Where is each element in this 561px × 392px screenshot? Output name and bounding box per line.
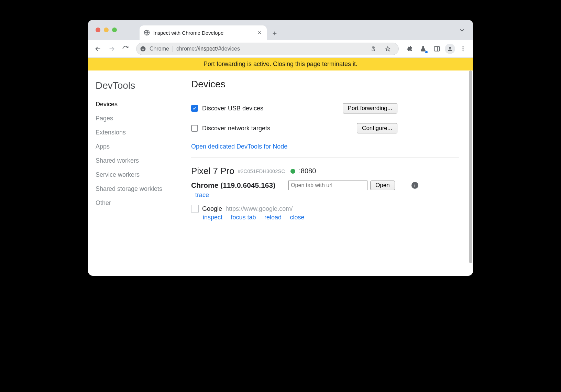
- labs-icon[interactable]: [417, 43, 429, 55]
- open-tab-button[interactable]: Open: [370, 181, 395, 190]
- new-tab-button[interactable]: [270, 28, 280, 39]
- inspect-target-row: Google https://www.google.com/: [191, 205, 459, 213]
- open-tab-url-input[interactable]: [288, 181, 367, 190]
- svg-point-6: [462, 46, 463, 47]
- menu-icon[interactable]: [457, 43, 469, 55]
- page-content: DevTools Devices Pages Extensions Apps S…: [88, 70, 473, 276]
- close-tab-button[interactable]: [256, 30, 263, 36]
- target-actions: inspect focus tab reload close: [203, 214, 459, 221]
- toolbar: Chrome chrome://inspect/#devices: [88, 40, 473, 58]
- back-button[interactable]: [92, 43, 104, 55]
- sidebar-item-service-workers[interactable]: Service workers: [96, 168, 184, 182]
- forward-button[interactable]: [106, 43, 118, 55]
- port-forwarding-banner: Port forwarding is active. Closing this …: [88, 58, 473, 70]
- scrollbar[interactable]: [469, 70, 472, 263]
- sidebar-item-pages[interactable]: Pages: [96, 111, 184, 126]
- svg-point-8: [462, 50, 463, 51]
- titlebar: Inspect with Chrome Develope: [88, 20, 473, 40]
- globe-icon: [144, 30, 150, 36]
- sidebar-item-extensions[interactable]: Extensions: [96, 126, 184, 140]
- divider: [191, 157, 459, 157]
- page-title: Devices: [191, 79, 459, 94]
- tab-strip: Inspect with Chrome Develope: [140, 20, 280, 40]
- svg-point-5: [449, 47, 451, 49]
- tab-overflow-button[interactable]: [459, 27, 465, 35]
- chrome-icon: [140, 46, 146, 52]
- extensions-icon[interactable]: [404, 43, 415, 55]
- device-port: :8080: [299, 167, 316, 175]
- chrome-version-label: Chrome (119.0.6045.163): [191, 181, 275, 189]
- discover-usb-label: Discover USB devices: [202, 105, 343, 112]
- port-forwarding-button[interactable]: Port forwarding...: [343, 103, 397, 113]
- trace-link[interactable]: trace: [195, 192, 209, 199]
- svg-rect-4: [434, 46, 440, 51]
- reload-link[interactable]: reload: [264, 214, 282, 221]
- device-serial: #2C051FDH3002SC: [238, 168, 285, 174]
- info-icon[interactable]: i: [411, 182, 418, 189]
- share-icon[interactable]: [367, 43, 379, 55]
- address-bar[interactable]: Chrome chrome://inspect/#devices: [136, 43, 399, 55]
- svg-point-3: [142, 48, 144, 50]
- url-text: chrome://inspect/#devices: [176, 46, 364, 52]
- device-header: Pixel 7 Pro #2C051FDH3002SC :8080: [191, 166, 459, 176]
- discover-network-checkbox[interactable]: [191, 125, 198, 132]
- side-panel-icon[interactable]: [431, 43, 443, 55]
- close-link[interactable]: close: [290, 214, 305, 221]
- discover-network-label: Discover network targets: [202, 125, 357, 132]
- target-title: Google: [202, 205, 222, 213]
- close-window-button[interactable]: [96, 28, 100, 32]
- open-node-devtools-link[interactable]: Open dedicated DevTools for Node: [191, 143, 459, 150]
- configure-button[interactable]: Configure...: [357, 123, 397, 133]
- page-thumbnail-icon: [191, 205, 199, 213]
- minimize-window-button[interactable]: [104, 28, 109, 32]
- sidebar-item-shared-workers[interactable]: Shared workers: [96, 154, 184, 168]
- browser-window: Inspect with Chrome Develope: [88, 20, 473, 276]
- sidebar-item-apps[interactable]: Apps: [96, 140, 184, 154]
- svg-point-7: [462, 48, 463, 49]
- target-url: https://www.google.com/: [226, 205, 293, 213]
- profile-avatar[interactable]: [445, 44, 455, 54]
- url-prefix-label: Chrome: [150, 46, 173, 52]
- tab-title: Inspect with Chrome Develope: [153, 30, 253, 36]
- status-dot-icon: [290, 169, 295, 174]
- maximize-window-button[interactable]: [112, 28, 117, 32]
- inspect-link[interactable]: inspect: [203, 214, 222, 221]
- browser-tab-active[interactable]: Inspect with Chrome Develope: [140, 25, 267, 40]
- sidebar-title: DevTools: [96, 80, 184, 91]
- bookmark-star-icon[interactable]: [382, 43, 394, 55]
- sidebar: DevTools Devices Pages Extensions Apps S…: [88, 70, 191, 276]
- reload-button[interactable]: [120, 43, 131, 55]
- device-name: Pixel 7 Pro: [191, 166, 234, 176]
- focus-tab-link[interactable]: focus tab: [231, 214, 256, 221]
- sidebar-item-shared-storage-worklets[interactable]: Shared storage worklets: [96, 182, 184, 196]
- sidebar-item-other[interactable]: Other: [96, 196, 184, 210]
- traffic-lights: [96, 28, 117, 32]
- main-panel: Devices Discover USB devices Port forwar…: [191, 70, 473, 276]
- discover-usb-checkbox[interactable]: [191, 105, 198, 112]
- sidebar-item-devices[interactable]: Devices: [96, 97, 184, 111]
